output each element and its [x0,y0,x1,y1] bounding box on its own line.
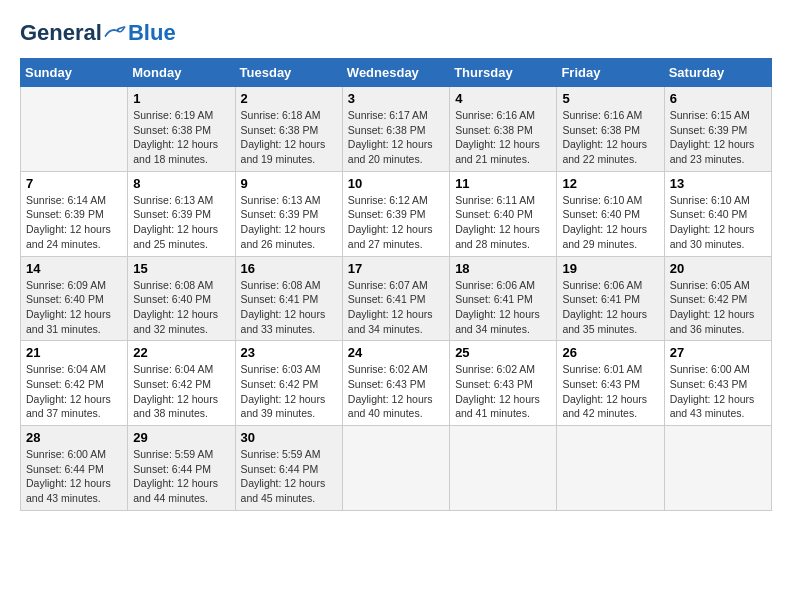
day-number: 16 [241,261,337,276]
day-info: Sunrise: 6:06 AMSunset: 6:41 PMDaylight:… [455,278,551,337]
calendar-day-cell [21,87,128,172]
calendar-day-cell: 17Sunrise: 6:07 AMSunset: 6:41 PMDayligh… [342,256,449,341]
logo-bird-icon [104,24,126,42]
day-number: 11 [455,176,551,191]
day-info: Sunrise: 6:02 AMSunset: 6:43 PMDaylight:… [348,362,444,421]
calendar-weekday-sunday: Sunday [21,59,128,87]
day-number: 13 [670,176,766,191]
day-number: 15 [133,261,229,276]
day-number: 5 [562,91,658,106]
calendar-day-cell: 10Sunrise: 6:12 AMSunset: 6:39 PMDayligh… [342,171,449,256]
calendar-day-cell [664,426,771,511]
day-info: Sunrise: 6:10 AMSunset: 6:40 PMDaylight:… [670,193,766,252]
day-number: 6 [670,91,766,106]
calendar-day-cell: 28Sunrise: 6:00 AMSunset: 6:44 PMDayligh… [21,426,128,511]
calendar-weekday-tuesday: Tuesday [235,59,342,87]
day-info: Sunrise: 6:02 AMSunset: 6:43 PMDaylight:… [455,362,551,421]
day-info: Sunrise: 6:17 AMSunset: 6:38 PMDaylight:… [348,108,444,167]
day-number: 10 [348,176,444,191]
day-info: Sunrise: 6:01 AMSunset: 6:43 PMDaylight:… [562,362,658,421]
calendar-day-cell: 22Sunrise: 6:04 AMSunset: 6:42 PMDayligh… [128,341,235,426]
calendar-day-cell: 23Sunrise: 6:03 AMSunset: 6:42 PMDayligh… [235,341,342,426]
day-number: 26 [562,345,658,360]
header: General Blue [20,20,772,46]
calendar-day-cell: 13Sunrise: 6:10 AMSunset: 6:40 PMDayligh… [664,171,771,256]
calendar-day-cell: 8Sunrise: 6:13 AMSunset: 6:39 PMDaylight… [128,171,235,256]
day-info: Sunrise: 6:16 AMSunset: 6:38 PMDaylight:… [455,108,551,167]
day-info: Sunrise: 6:03 AMSunset: 6:42 PMDaylight:… [241,362,337,421]
day-info: Sunrise: 6:16 AMSunset: 6:38 PMDaylight:… [562,108,658,167]
day-number: 8 [133,176,229,191]
calendar-week-row: 14Sunrise: 6:09 AMSunset: 6:40 PMDayligh… [21,256,772,341]
day-info: Sunrise: 6:10 AMSunset: 6:40 PMDaylight:… [562,193,658,252]
day-info: Sunrise: 6:07 AMSunset: 6:41 PMDaylight:… [348,278,444,337]
calendar-day-cell: 29Sunrise: 5:59 AMSunset: 6:44 PMDayligh… [128,426,235,511]
day-number: 24 [348,345,444,360]
calendar-day-cell: 2Sunrise: 6:18 AMSunset: 6:38 PMDaylight… [235,87,342,172]
calendar-day-cell: 27Sunrise: 6:00 AMSunset: 6:43 PMDayligh… [664,341,771,426]
day-info: Sunrise: 5:59 AMSunset: 6:44 PMDaylight:… [241,447,337,506]
day-info: Sunrise: 6:19 AMSunset: 6:38 PMDaylight:… [133,108,229,167]
day-number: 22 [133,345,229,360]
calendar-day-cell: 11Sunrise: 6:11 AMSunset: 6:40 PMDayligh… [450,171,557,256]
calendar-day-cell: 7Sunrise: 6:14 AMSunset: 6:39 PMDaylight… [21,171,128,256]
day-number: 25 [455,345,551,360]
calendar-day-cell: 26Sunrise: 6:01 AMSunset: 6:43 PMDayligh… [557,341,664,426]
day-info: Sunrise: 6:18 AMSunset: 6:38 PMDaylight:… [241,108,337,167]
calendar-day-cell [450,426,557,511]
calendar-day-cell: 30Sunrise: 5:59 AMSunset: 6:44 PMDayligh… [235,426,342,511]
calendar-day-cell: 21Sunrise: 6:04 AMSunset: 6:42 PMDayligh… [21,341,128,426]
day-number: 20 [670,261,766,276]
day-number: 17 [348,261,444,276]
calendar-weekday-thursday: Thursday [450,59,557,87]
day-number: 18 [455,261,551,276]
calendar-day-cell: 5Sunrise: 6:16 AMSunset: 6:38 PMDaylight… [557,87,664,172]
logo-blue: Blue [128,20,176,46]
day-number: 2 [241,91,337,106]
day-info: Sunrise: 5:59 AMSunset: 6:44 PMDaylight:… [133,447,229,506]
day-info: Sunrise: 6:09 AMSunset: 6:40 PMDaylight:… [26,278,122,337]
calendar-day-cell: 6Sunrise: 6:15 AMSunset: 6:39 PMDaylight… [664,87,771,172]
day-number: 14 [26,261,122,276]
calendar-table: SundayMondayTuesdayWednesdayThursdayFrid… [20,58,772,511]
day-number: 19 [562,261,658,276]
day-number: 3 [348,91,444,106]
day-info: Sunrise: 6:14 AMSunset: 6:39 PMDaylight:… [26,193,122,252]
calendar-day-cell: 12Sunrise: 6:10 AMSunset: 6:40 PMDayligh… [557,171,664,256]
day-info: Sunrise: 6:05 AMSunset: 6:42 PMDaylight:… [670,278,766,337]
day-info: Sunrise: 6:00 AMSunset: 6:43 PMDaylight:… [670,362,766,421]
calendar-day-cell: 15Sunrise: 6:08 AMSunset: 6:40 PMDayligh… [128,256,235,341]
logo-general: General [20,20,102,46]
day-number: 1 [133,91,229,106]
day-info: Sunrise: 6:12 AMSunset: 6:39 PMDaylight:… [348,193,444,252]
calendar-day-cell: 19Sunrise: 6:06 AMSunset: 6:41 PMDayligh… [557,256,664,341]
day-number: 27 [670,345,766,360]
calendar-day-cell: 24Sunrise: 6:02 AMSunset: 6:43 PMDayligh… [342,341,449,426]
day-info: Sunrise: 6:11 AMSunset: 6:40 PMDaylight:… [455,193,551,252]
day-info: Sunrise: 6:08 AMSunset: 6:40 PMDaylight:… [133,278,229,337]
day-number: 4 [455,91,551,106]
day-info: Sunrise: 6:08 AMSunset: 6:41 PMDaylight:… [241,278,337,337]
day-number: 21 [26,345,122,360]
calendar-day-cell: 20Sunrise: 6:05 AMSunset: 6:42 PMDayligh… [664,256,771,341]
calendar-day-cell: 18Sunrise: 6:06 AMSunset: 6:41 PMDayligh… [450,256,557,341]
calendar-weekday-wednesday: Wednesday [342,59,449,87]
calendar-week-row: 7Sunrise: 6:14 AMSunset: 6:39 PMDaylight… [21,171,772,256]
day-number: 30 [241,430,337,445]
calendar-week-row: 1Sunrise: 6:19 AMSunset: 6:38 PMDaylight… [21,87,772,172]
calendar-day-cell: 3Sunrise: 6:17 AMSunset: 6:38 PMDaylight… [342,87,449,172]
day-info: Sunrise: 6:00 AMSunset: 6:44 PMDaylight:… [26,447,122,506]
calendar-weekday-monday: Monday [128,59,235,87]
day-number: 23 [241,345,337,360]
calendar-header-row: SundayMondayTuesdayWednesdayThursdayFrid… [21,59,772,87]
day-info: Sunrise: 6:04 AMSunset: 6:42 PMDaylight:… [26,362,122,421]
day-info: Sunrise: 6:13 AMSunset: 6:39 PMDaylight:… [133,193,229,252]
day-number: 29 [133,430,229,445]
calendar-day-cell: 9Sunrise: 6:13 AMSunset: 6:39 PMDaylight… [235,171,342,256]
day-info: Sunrise: 6:15 AMSunset: 6:39 PMDaylight:… [670,108,766,167]
calendar-day-cell [342,426,449,511]
calendar-day-cell [557,426,664,511]
calendar-day-cell: 16Sunrise: 6:08 AMSunset: 6:41 PMDayligh… [235,256,342,341]
calendar-day-cell: 1Sunrise: 6:19 AMSunset: 6:38 PMDaylight… [128,87,235,172]
logo: General Blue [20,20,176,46]
